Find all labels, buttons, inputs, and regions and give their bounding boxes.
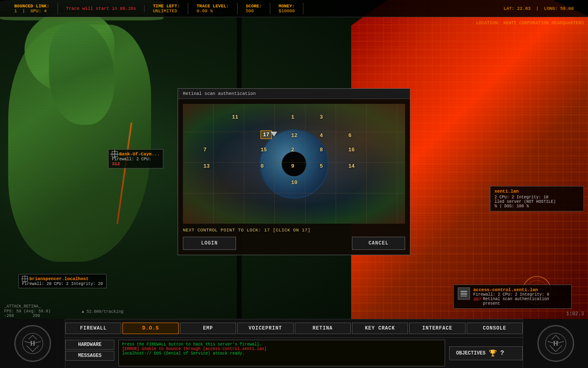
modal-titlebar: Retinal scan authentication [178, 89, 410, 99]
access-num-row: 307 Retinal scan authentication present [473, 297, 567, 306]
interface-button[interactable]: INTERFACE [409, 323, 465, 334]
grid-num-9[interactable]: 9 [291, 163, 294, 169]
messages-button[interactable]: MESSAGES [65, 351, 114, 361]
xenti-info3: % | DOS: 100 % [494, 204, 579, 209]
logo-right: H [523, 319, 588, 368]
crosshair-v [115, 150, 115, 158]
bounced-link-value: 1 | GPU: 4 [14, 9, 49, 13]
modal-buttons: LOGIN CANCEL [183, 237, 405, 250]
score-value: 500 [246, 9, 262, 13]
brian-spencer-info: Firewall: 20 CPU: 2 Integrity: 20 [22, 282, 103, 286]
firewall-button[interactable]: FIREWALL [65, 323, 121, 334]
timer-display: 1:02.3 [566, 311, 584, 317]
cancel-button[interactable]: CANCEL [352, 237, 405, 250]
modal-body: 11 1 3 17 12 4 6 7 15 2 8 16 13 0 [178, 99, 410, 254]
logo-circle-left: H [14, 325, 51, 362]
lat-long-value: LAT: 22.03 | LONG: 59.00 [503, 6, 574, 11]
dos-button[interactable]: D.O.S [122, 323, 178, 334]
bottom-left-buttons: HARDWARE MESSAGES [65, 338, 116, 368]
retinal-scan-modal: Retinal scan authentication 11 1 [178, 88, 410, 255]
svg-rect-2 [461, 296, 467, 296]
trace-level-label: Trace Level: [196, 4, 229, 9]
objectives-button[interactable]: OBJECTIVES 🏆 ? [449, 346, 523, 360]
retina-button[interactable]: RETINA [295, 323, 351, 334]
time-section: Time Left: UNLIMITED [145, 3, 188, 14]
lat-long-section: LAT: 22.03 | LONG: 59.00 [495, 5, 582, 12]
grid-num-12[interactable]: 12 [291, 132, 298, 139]
node-crosshair [112, 151, 118, 157]
modal-prompt: Next control point to lock: 17 [Click on… [183, 228, 405, 233]
bank-cayman-info: Firewall: 2 CPU: [112, 157, 160, 162]
xenti-panel[interactable]: xenti.lan 2 CPU: 2 Integrity: 10 lled se… [490, 186, 584, 211]
grid-num-16[interactable]: 16 [348, 147, 355, 153]
access-title: access-control.xenti.lan [473, 287, 567, 292]
cursor-indicator [271, 132, 277, 137]
access-info2: Retinal scan authentication present [483, 297, 567, 306]
score-label: Score: [246, 4, 262, 9]
svg-rect-0 [461, 291, 467, 292]
grid-num-5[interactable]: 5 [320, 163, 323, 169]
bank-cayman-title: Bank-Of-Caym... [119, 152, 160, 157]
access-num: 307 [473, 297, 481, 306]
crosshair-h [111, 154, 118, 155]
login-button[interactable]: LOGIN [183, 237, 236, 250]
grid-num-15[interactable]: 15 [261, 147, 267, 153]
console-output: Press the FIREWALL button to hack this s… [118, 340, 445, 366]
grid-num-11[interactable]: 11 [232, 114, 238, 120]
grid-num-1[interactable]: 1 [291, 114, 294, 120]
node-brian-spencer[interactable]: brianspencer.localhost Firewall: 20 CPU:… [18, 274, 107, 288]
svg-rect-1 [461, 293, 467, 295]
bottom-right-buttons: OBJECTIVES 🏆 ? [447, 338, 523, 368]
access-control-panel[interactable]: access-control.xenti.lan Firewall: 2 CPU… [453, 285, 572, 309]
hacker-logo-left: H [20, 331, 45, 356]
voiceprint-button[interactable]: VOICEPRINT [237, 323, 293, 334]
money-label: Money: [278, 4, 295, 9]
grid-num-2[interactable]: 2 [291, 147, 294, 153]
grid-num-4[interactable]: 4 [320, 132, 323, 139]
xenti-info1: 2 CPU: 2 Integrity: 10 [494, 195, 579, 200]
location-label: Location: Xenti Corporation Headquarters [476, 20, 584, 25]
server-icon [460, 289, 468, 298]
bottom-info-row: HARDWARE MESSAGES Press the FIREWALL but… [0, 338, 588, 368]
grid-num-0[interactable]: 0 [261, 163, 264, 169]
trophy-icon: 🏆 [489, 349, 497, 357]
node-crosshair-bs [22, 276, 28, 282]
grid-num-8[interactable]: 8 [320, 147, 323, 153]
objectives-label: OBJECTIVES [456, 350, 486, 356]
grid-num-6[interactable]: 6 [348, 132, 352, 139]
emp-button[interactable]: EMP [180, 323, 236, 334]
grid-num-17[interactable]: 17 [261, 130, 272, 139]
svg-text:H: H [553, 340, 558, 347]
bounced-link-label: Bounced Link: [14, 4, 49, 9]
coord-display: -200 200 [4, 314, 40, 318]
svg-text:H: H [30, 340, 35, 347]
trace-warning-section: Trace will start in 88.26s [58, 5, 145, 12]
logo-left: H [0, 319, 65, 368]
xenti-title: xenti.lan [494, 189, 579, 194]
grid-num-13[interactable]: 13 [203, 163, 210, 169]
console-button[interactable]: CONSOLE [467, 323, 523, 334]
grid-num-3[interactable]: 3 [320, 114, 323, 120]
money-value: $10000 [278, 9, 295, 13]
attack-label: _ATTACK_RETINA_ [4, 304, 41, 309]
console-line-3: localhost:// DOS (Denial of Service) att… [122, 351, 441, 356]
xenti-info2: lled server (NOT HOSTILE) [494, 200, 579, 204]
retinal-grid[interactable]: 11 1 3 17 12 4 6 7 15 2 8 16 13 0 [183, 104, 405, 223]
trace-level-value: 0.00 % [196, 9, 229, 13]
hardware-button[interactable]: HARDWARE [65, 340, 114, 350]
node-header: brianspencer.localhost [22, 276, 103, 282]
node-bank-of-cayman[interactable]: Bank-Of-Caym... Firewall: 2 CPU: 312 [108, 149, 163, 168]
hacker-logo-right: H [543, 331, 568, 356]
console-line-2: [ERROR] Unable to bounce through [access… [122, 347, 441, 351]
node-header: Bank-Of-Caym... [112, 151, 160, 157]
grid-num-10[interactable]: 10 [291, 180, 298, 186]
grid-num-14[interactable]: 14 [348, 163, 355, 169]
brian-spencer-title: brianspencer.localhost [29, 276, 89, 281]
keycrack-button[interactable]: KEY CRACK [352, 323, 408, 334]
crosshair-v [25, 275, 25, 283]
grid-num-7[interactable]: 7 [203, 147, 207, 153]
console-line-1: Press the FIREWALL button to hack this s… [122, 342, 441, 347]
bottom-bar: FIREWALL D.O.S EMP VOICEPRINT RETINA KEY… [0, 319, 588, 368]
tracking-label: ▲ 52.000/tracking [82, 310, 123, 314]
score-section: Score: 500 [238, 3, 271, 14]
